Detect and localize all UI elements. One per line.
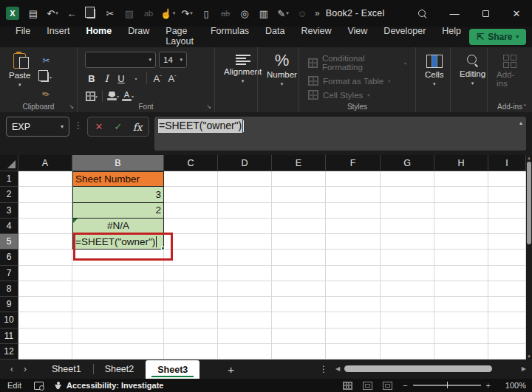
cell-H5[interactable] (434, 234, 488, 250)
cell-E12[interactable] (272, 344, 326, 360)
cancel-button[interactable]: ✕ (90, 119, 108, 135)
cell-G8[interactable] (381, 281, 434, 297)
cell-H10[interactable] (434, 312, 488, 328)
page-layout-view-icon[interactable] (363, 382, 372, 390)
row-header-4[interactable]: 4 (0, 219, 18, 234)
number-button[interactable]: % Number ▾ (261, 52, 303, 89)
cell-H1[interactable] (434, 171, 488, 187)
horizontal-scrollbar-thumb[interactable] (344, 365, 492, 372)
cell-B9[interactable] (72, 297, 164, 312)
share-button[interactable]: ⇱ Share ▾ (469, 29, 526, 45)
cell-A3[interactable] (18, 203, 72, 219)
cell-B7[interactable] (72, 266, 164, 281)
borders-button[interactable]: ▾ (85, 89, 98, 103)
column-header-C[interactable]: C (164, 155, 218, 171)
sheet-tab-sheet3[interactable]: Sheet3 (146, 360, 200, 379)
cell-H4[interactable] (434, 219, 488, 234)
cell-A10[interactable] (18, 312, 72, 328)
cell-D9[interactable] (218, 297, 272, 312)
sheet-tab-sheet2[interactable]: Sheet2 (93, 360, 146, 379)
cell-I12[interactable] (488, 344, 526, 360)
cell-F5[interactable] (326, 234, 381, 250)
cell-A9[interactable] (18, 297, 72, 312)
sheet-tab-sheet1[interactable]: Sheet1 (40, 360, 93, 379)
cell-A7[interactable] (18, 266, 72, 281)
cell-G4[interactable] (381, 219, 434, 234)
collapse-formula-bar-icon[interactable]: ▴ (519, 120, 522, 126)
row-header-7[interactable]: 7 (0, 266, 18, 281)
row-header-2[interactable]: 2 (0, 187, 18, 202)
vertical-scrollbar-thumb[interactable] (527, 162, 531, 244)
cell-I3[interactable] (488, 203, 526, 219)
accessibility-status[interactable]: Accessibility: Investigate (66, 381, 163, 390)
cell-A4[interactable] (18, 219, 72, 234)
zoom-in-button[interactable]: + (486, 381, 491, 390)
cell-E9[interactable] (272, 297, 326, 312)
column-header-D[interactable]: D (218, 155, 272, 171)
cell-D6[interactable] (218, 250, 272, 265)
sheet-options-icon[interactable]: ⋮ (319, 364, 335, 374)
prev-sheet-icon[interactable]: ‹ (10, 364, 13, 374)
cell-D12[interactable] (218, 344, 272, 360)
cell-G9[interactable] (381, 297, 434, 312)
cell-F8[interactable] (326, 281, 381, 297)
cell-B3[interactable]: 2 (72, 203, 164, 219)
cell-G11[interactable] (381, 329, 434, 344)
font-name-select[interactable]: ▾ (85, 52, 156, 68)
font-dialog-launcher-icon[interactable]: ↘ (206, 103, 211, 110)
normal-view-icon[interactable] (343, 382, 352, 390)
editing-button[interactable]: Editing ▾ (454, 53, 491, 88)
cell-D7[interactable] (218, 266, 272, 281)
touch-mode-icon[interactable]: ☝▾ (158, 4, 177, 23)
cell-A1[interactable] (18, 171, 72, 187)
cell-F6[interactable] (326, 250, 381, 265)
horizontal-scrollbar[interactable]: ◀ ▶ (335, 360, 526, 379)
name-box[interactable]: EXP ▾ (6, 117, 69, 137)
zoom-level[interactable]: 100% (501, 381, 526, 390)
next-sheet-icon[interactable]: › (24, 364, 27, 374)
cell-B1[interactable]: Sheet Number (72, 171, 164, 187)
conditional-formatting-button[interactable]: Conditional Formatting▾ (308, 54, 406, 72)
row-header-3[interactable]: 3 (0, 203, 18, 219)
cell-E8[interactable] (272, 281, 326, 297)
cell-I6[interactable] (488, 250, 526, 265)
cell-D4[interactable] (218, 219, 272, 234)
cell-A5[interactable] (18, 234, 72, 250)
column-header-G[interactable]: G (381, 155, 434, 171)
cell-C7[interactable] (164, 266, 218, 281)
cell-E3[interactable] (272, 203, 326, 219)
cell-H2[interactable] (434, 187, 488, 202)
cell-E4[interactable] (272, 219, 326, 234)
cell-G7[interactable] (381, 266, 434, 281)
new-file-icon[interactable]: ▯ (197, 4, 216, 23)
cell-C3[interactable] (164, 203, 218, 219)
cell-C8[interactable] (164, 281, 218, 297)
cell-D5[interactable] (218, 234, 272, 250)
cell-D8[interactable] (218, 281, 272, 297)
cell-F7[interactable] (326, 266, 381, 281)
cell-C9[interactable] (164, 297, 218, 312)
column-header-F[interactable]: F (326, 155, 381, 171)
font-color-button[interactable]: A▾ (121, 89, 134, 103)
cells-button[interactable]: Cells ▾ (419, 53, 450, 89)
cell-I11[interactable] (488, 329, 526, 344)
close-button[interactable]: ✕ (501, 0, 532, 27)
cell-E10[interactable] (272, 312, 326, 328)
cell-mode-indicator[interactable]: Edit (0, 381, 31, 390)
cell-B11[interactable] (72, 329, 164, 344)
cell-B10[interactable] (72, 312, 164, 328)
cell-A6[interactable] (18, 250, 72, 265)
cell-E11[interactable] (272, 329, 326, 344)
cell-H9[interactable] (434, 297, 488, 312)
macro-record-icon[interactable] (34, 382, 44, 390)
cell-I7[interactable] (488, 266, 526, 281)
cell-A12[interactable] (18, 344, 72, 360)
italic-button[interactable]: I (100, 71, 113, 86)
format-as-table-button[interactable]: Format as Table▾ (308, 76, 406, 86)
cell-styles-button[interactable]: Cell Styles▾ (308, 90, 406, 100)
back-icon[interactable]: ← (62, 4, 81, 23)
cell-C2[interactable] (164, 187, 218, 202)
insert-function-button[interactable]: fx (129, 119, 146, 135)
draw-pen-icon[interactable]: ✎▾ (273, 4, 293, 23)
select-all-corner[interactable] (0, 155, 18, 171)
